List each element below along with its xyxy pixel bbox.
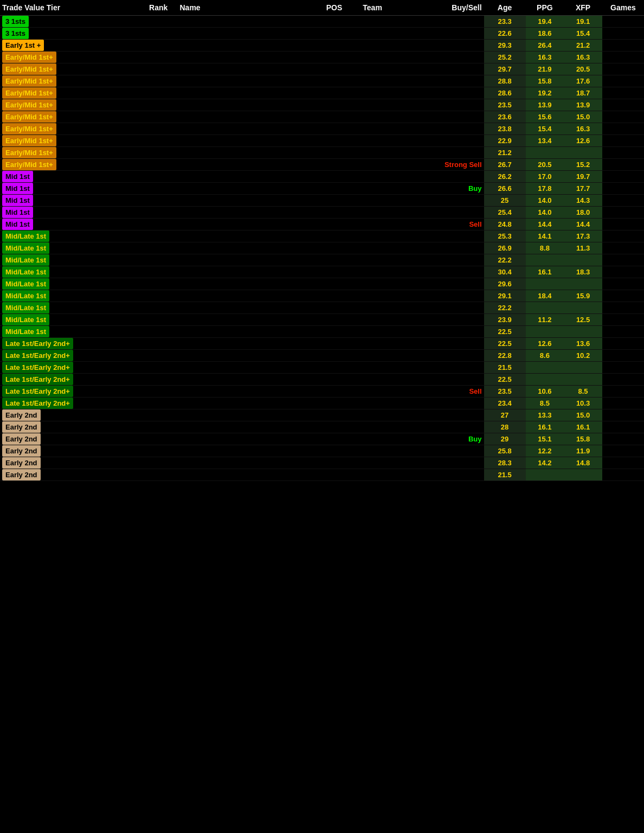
games-cell (602, 409, 644, 421)
rank-cell (139, 314, 178, 326)
games-cell (602, 183, 644, 195)
team-cell (352, 230, 394, 242)
tier-cell: Late 1st/Early 2nd+ (0, 350, 139, 362)
age-cell: 26.7 (484, 159, 526, 171)
team-cell (352, 421, 394, 433)
age-cell: 23.5 (484, 386, 526, 398)
pos-cell (317, 87, 351, 99)
age-cell: 25.4 (484, 207, 526, 219)
pos-cell (317, 242, 351, 254)
rank-cell (139, 207, 178, 219)
team-cell (352, 469, 394, 481)
ppg-cell: 13.3 (526, 409, 564, 421)
pos-cell (317, 171, 351, 183)
xfp-cell: 15.9 (564, 290, 602, 302)
age-cell: 23.4 (484, 398, 526, 409)
table-row: Mid 1stSell24.814.414.4 (0, 219, 644, 230)
name-cell (177, 63, 317, 75)
pos-cell (317, 111, 351, 123)
age-cell: 29.7 (484, 63, 526, 75)
team-cell (352, 314, 394, 326)
rank-cell (139, 40, 178, 52)
pos-cell (317, 409, 351, 421)
name-cell (177, 87, 317, 99)
games-cell (602, 16, 644, 28)
name-cell (177, 469, 317, 481)
name-cell (177, 457, 317, 469)
rank-cell (139, 183, 178, 195)
tier-cell: Late 1st/Early 2nd+ (0, 362, 139, 374)
xfp-cell: 11.3 (564, 242, 602, 254)
team-cell (352, 147, 394, 159)
pos-cell (317, 52, 351, 63)
age-cell: 21.5 (484, 469, 526, 481)
tier-cell: Mid 1st (0, 207, 139, 219)
table-row: Mid 1stBuy26.617.817.7 (0, 183, 644, 195)
rank-cell (139, 111, 178, 123)
name-cell (177, 278, 317, 290)
ppg-cell: 8.6 (526, 350, 564, 362)
name-cell (177, 16, 317, 28)
name-cell (177, 326, 317, 338)
col-header-buysell: Buy/Sell (394, 0, 484, 16)
buysell-cell: Buy (394, 183, 484, 195)
rank-cell (139, 302, 178, 314)
buysell-cell (394, 207, 484, 219)
xfp-cell (564, 362, 602, 374)
team-cell (352, 207, 394, 219)
name-cell (177, 147, 317, 159)
rank-cell (139, 123, 178, 135)
xfp-cell: 18.0 (564, 207, 602, 219)
pos-cell (317, 195, 351, 207)
ppg-cell: 8.8 (526, 242, 564, 254)
rank-cell (139, 278, 178, 290)
name-cell (177, 362, 317, 374)
table-row: Early/Mid 1st+28.619.218.7 (0, 87, 644, 99)
ppg-cell (526, 147, 564, 159)
team-cell (352, 123, 394, 135)
ppg-cell (526, 254, 564, 266)
ppg-cell (526, 326, 564, 338)
tier-cell: Mid 1st (0, 183, 139, 195)
age-cell: 22.2 (484, 302, 526, 314)
team-cell (352, 75, 394, 87)
ppg-cell: 16.3 (526, 52, 564, 63)
xfp-cell: 17.6 (564, 75, 602, 87)
pos-cell (317, 63, 351, 75)
age-cell: 22.5 (484, 326, 526, 338)
rank-cell (139, 326, 178, 338)
buysell-cell (394, 457, 484, 469)
xfp-cell: 18.3 (564, 266, 602, 278)
games-cell (602, 135, 644, 147)
name-cell (177, 159, 317, 171)
rank-cell (139, 219, 178, 230)
table-row: Early/Mid 1st+23.513.913.9 (0, 99, 644, 111)
xfp-cell: 15.0 (564, 111, 602, 123)
table-row: Mid/Late 1st30.416.118.3 (0, 266, 644, 278)
games-cell (602, 254, 644, 266)
name-cell (177, 302, 317, 314)
team-cell (352, 433, 394, 445)
tier-cell: Early/Mid 1st+ (0, 111, 139, 123)
xfp-cell: 13.9 (564, 99, 602, 111)
team-cell (352, 183, 394, 195)
team-cell (352, 171, 394, 183)
buysell-cell (394, 338, 484, 350)
name-cell (177, 207, 317, 219)
name-cell (177, 75, 317, 87)
rank-cell (139, 254, 178, 266)
team-cell (352, 40, 394, 52)
xfp-cell (564, 254, 602, 266)
tier-cell: Early/Mid 1st+ (0, 99, 139, 111)
rank-cell (139, 28, 178, 40)
xfp-cell: 17.3 (564, 230, 602, 242)
pos-cell (317, 386, 351, 398)
pos-cell (317, 302, 351, 314)
ppg-cell: 13.4 (526, 135, 564, 147)
age-cell: 23.9 (484, 314, 526, 326)
ppg-cell: 14.0 (526, 195, 564, 207)
name-cell (177, 99, 317, 111)
col-header-rank: Rank (139, 0, 178, 16)
pos-cell (317, 374, 351, 386)
buysell-cell: Sell (394, 219, 484, 230)
